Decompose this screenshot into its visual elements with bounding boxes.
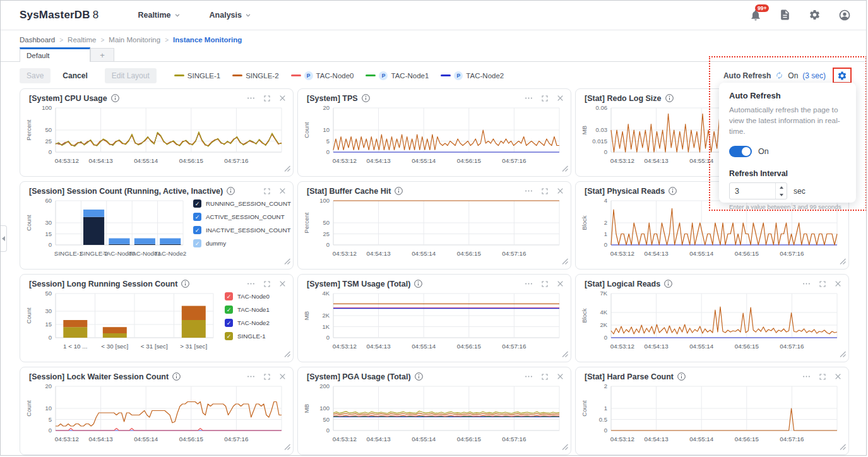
close-icon[interactable] xyxy=(278,280,287,288)
info-icon[interactable] xyxy=(226,186,235,196)
close-icon[interactable] xyxy=(556,372,564,381)
checkbox-checked-icon[interactable]: ✓ xyxy=(225,319,233,327)
expand-icon[interactable] xyxy=(541,280,549,288)
add-tab-button[interactable]: + xyxy=(90,48,114,61)
bar-running_session_count[interactable] xyxy=(134,244,155,245)
resize-handle[interactable] xyxy=(562,256,568,267)
tab-default[interactable]: Default xyxy=(20,47,90,62)
spinner-down-button[interactable] xyxy=(776,191,787,199)
save-button[interactable]: Save xyxy=(20,68,51,83)
info-icon[interactable] xyxy=(110,93,120,103)
notifications-button[interactable]: 99+ xyxy=(749,9,762,21)
info-icon[interactable] xyxy=(677,372,686,381)
settings-button[interactable] xyxy=(809,9,821,21)
checkbox-checked-icon[interactable]: ✓ xyxy=(193,213,201,221)
bar-single-1[interactable] xyxy=(182,320,206,338)
reports-button[interactable] xyxy=(779,9,792,21)
resize-handle[interactable] xyxy=(840,256,846,267)
refresh-interval-input[interactable]: 3 xyxy=(729,182,787,199)
close-icon[interactable] xyxy=(556,187,564,195)
bar-active_session_count[interactable] xyxy=(109,239,129,244)
breadcrumb-instance-monitoring[interactable]: Instance Monitoring xyxy=(173,36,242,44)
expand-icon[interactable] xyxy=(541,95,549,102)
legend-item-active_session_count[interactable]: ✓ACTIVE_SESSION_COUNT xyxy=(193,213,291,221)
resize-handle[interactable] xyxy=(562,441,568,453)
close-icon[interactable] xyxy=(278,94,287,102)
expand-icon[interactable] xyxy=(541,373,549,381)
close-icon[interactable] xyxy=(834,372,842,381)
legend-item-tac-node0[interactable]: ✓TAC-Node0 xyxy=(225,292,270,300)
bar-active_session_count[interactable] xyxy=(134,239,155,244)
close-icon[interactable] xyxy=(556,94,564,102)
auto-refresh-toggle[interactable] xyxy=(729,146,752,157)
expand-icon[interactable] xyxy=(819,280,826,288)
info-icon[interactable] xyxy=(181,279,190,288)
checkbox-checked-icon[interactable]: ✓ xyxy=(193,239,201,247)
bar-single-1[interactable] xyxy=(63,327,87,338)
expand-icon[interactable] xyxy=(263,280,271,288)
bar-active_session_count[interactable] xyxy=(160,239,181,244)
checkbox-checked-icon[interactable]: ✓ xyxy=(193,226,201,234)
resize-handle[interactable] xyxy=(284,348,290,360)
legend-item-inactive_session_count[interactable]: ✓INACTIVE_SESSION_COUNT xyxy=(193,226,291,234)
bar-single-2[interactable] xyxy=(103,327,127,333)
info-icon[interactable] xyxy=(361,93,371,103)
legend-item-single-1[interactable]: ✓SINGLE-1 xyxy=(225,332,270,340)
bar-active_session_count[interactable] xyxy=(83,210,104,217)
breadcrumb-realtime[interactable]: Realtime xyxy=(68,36,96,44)
bar-running_session_count[interactable] xyxy=(83,217,104,245)
expand-icon[interactable] xyxy=(541,187,549,195)
checkbox-checked-icon[interactable]: ✓ xyxy=(225,292,233,300)
info-icon[interactable] xyxy=(668,186,677,196)
resize-handle[interactable] xyxy=(284,441,290,453)
checkbox-checked-icon[interactable]: ✓ xyxy=(193,199,201,208)
resize-handle[interactable] xyxy=(562,348,568,360)
more-icon[interactable] xyxy=(246,93,256,103)
sidebar-expand-handle[interactable] xyxy=(1,225,7,252)
close-icon[interactable] xyxy=(834,280,842,288)
more-icon[interactable] xyxy=(802,372,811,381)
expand-icon[interactable] xyxy=(263,95,271,102)
close-icon[interactable] xyxy=(278,187,287,195)
more-icon[interactable] xyxy=(802,279,811,288)
legend-item-tac-node1[interactable]: ✓TAC-Node1 xyxy=(225,306,270,314)
resize-handle[interactable] xyxy=(284,163,290,174)
resize-handle[interactable] xyxy=(284,256,290,267)
info-icon[interactable] xyxy=(413,279,423,288)
info-icon[interactable] xyxy=(414,372,424,381)
expand-icon[interactable] xyxy=(819,373,826,381)
more-icon[interactable] xyxy=(524,372,533,381)
edit-layout-button[interactable]: Edit Layout xyxy=(105,68,157,83)
legend-item-tac-node2[interactable]: ✓TAC-Node2 xyxy=(225,319,270,327)
more-icon[interactable] xyxy=(246,372,256,381)
checkbox-checked-icon[interactable]: ✓ xyxy=(225,306,233,314)
breadcrumb-main-monitoring[interactable]: Main Monitoring xyxy=(109,36,160,44)
more-icon[interactable] xyxy=(524,279,533,288)
breadcrumb-dashboard[interactable]: Dashboard xyxy=(20,36,55,44)
auto-refresh-interval[interactable]: (3 sec) xyxy=(802,71,826,80)
close-icon[interactable] xyxy=(278,372,287,381)
account-button[interactable] xyxy=(838,9,851,21)
cancel-button[interactable]: Cancel xyxy=(56,68,94,83)
expand-icon[interactable] xyxy=(263,373,271,381)
checkbox-checked-icon[interactable]: ✓ xyxy=(225,332,233,340)
nav-analysis[interactable]: Analysis xyxy=(210,11,251,20)
resize-handle[interactable] xyxy=(840,348,846,360)
spinner-up-button[interactable] xyxy=(776,183,787,191)
info-icon[interactable] xyxy=(665,93,674,103)
bar-running_session_count[interactable] xyxy=(109,244,129,245)
info-icon[interactable] xyxy=(663,279,673,288)
nav-realtime[interactable]: Realtime xyxy=(138,11,180,20)
info-icon[interactable] xyxy=(394,186,403,196)
bar-single-1[interactable] xyxy=(103,333,127,338)
resize-handle[interactable] xyxy=(840,441,846,453)
more-icon[interactable] xyxy=(524,93,533,103)
legend-item-running_session_count[interactable]: ✓RUNNING_SESSION_COUNT xyxy=(193,199,291,208)
legend-item-dummy[interactable]: ✓dummy xyxy=(193,239,291,247)
more-icon[interactable] xyxy=(524,186,533,196)
more-icon[interactable] xyxy=(246,279,256,288)
expand-icon[interactable] xyxy=(263,187,271,195)
resize-handle[interactable] xyxy=(562,163,568,174)
bar-running_session_count[interactable] xyxy=(160,244,181,245)
bar-single-2[interactable] xyxy=(182,306,206,320)
